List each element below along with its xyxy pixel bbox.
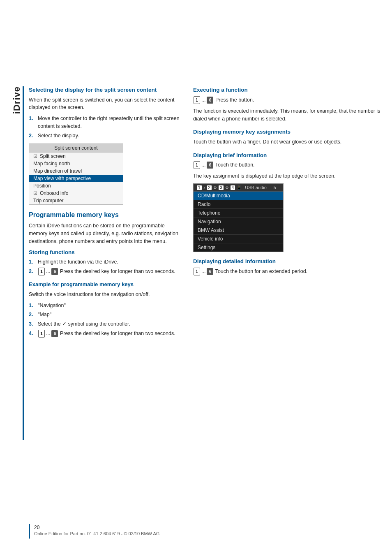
- header-num-2: 2: [207, 185, 212, 190]
- header-num-5: 5 –: [274, 185, 280, 190]
- menu-item-trip: Trip computer: [29, 197, 123, 204]
- key-1-exec: 1: [194, 96, 200, 104]
- key-6-detailed: 6: [207, 268, 213, 275]
- executing-key-group: 1 ... 6: [193, 96, 214, 104]
- menu-cd-multimedia: CD/Multimedia: [194, 192, 283, 200]
- nav-menu-header: 1 ♪ 2 ⚙ 3 ⚙ 4 📱 USB audio 5 –: [194, 184, 283, 192]
- detailed-key-group: 1 ... 6: [193, 268, 214, 275]
- executing-heading: Executing a function: [193, 86, 386, 94]
- step-1: 1. Move the controller to the right repe…: [29, 115, 181, 130]
- key-1-badge: 1: [38, 268, 45, 275]
- footer: 20 Online Edition for Part no. 01 41 2 6…: [29, 524, 380, 539]
- menu-telephone: Telephone: [194, 209, 283, 217]
- menu-item-map-perspective: Map view with perspective: [29, 175, 123, 182]
- split-screen-menu-box: Split screen content ☑ Split screen Map …: [29, 143, 123, 205]
- example-step-1: 1. "Navigation": [29, 302, 181, 310]
- key-6-badge: 6: [51, 268, 58, 275]
- programmable-memory-section: Programmable memory keys Certain iDrive …: [29, 211, 181, 338]
- example-step-4: 4. 1 ... 6 Press the desired key for lon…: [29, 330, 181, 338]
- example-subsection: Example for programmable memory keys Swi…: [29, 281, 181, 338]
- displaying-brief-body: The key assignment is displayed at the t…: [193, 172, 386, 180]
- menu-radio: Radio: [194, 200, 283, 209]
- main-content: Selecting the display for the split scre…: [29, 86, 386, 343]
- menu-navigation: Navigation: [194, 217, 283, 226]
- menu-item-onboard: ☑ Onboard info: [29, 190, 123, 197]
- displaying-brief-section: Displaying brief information 1 ... 6 Tou…: [193, 152, 386, 252]
- header-icon-2: ♪: [203, 185, 205, 190]
- displaying-detailed-heading: Displaying detailed information: [193, 258, 386, 265]
- selecting-display-steps: 1. Move the controller to the right repe…: [29, 115, 181, 139]
- selecting-display-body: When the split screen is switched on, yo…: [29, 96, 181, 112]
- brief-key-group: 1 ... 6: [193, 161, 214, 169]
- key-1-detailed: 1: [194, 268, 200, 275]
- menu-item-position: Position: [29, 182, 123, 190]
- displaying-brief-heading: Displaying brief information: [193, 152, 386, 159]
- menu-item-split-screen: ☑ Split screen: [29, 153, 123, 160]
- menu-item-map-north: Map facing north: [29, 160, 123, 167]
- nav-menu-box: 1 ♪ 2 ⚙ 3 ⚙ 4 📱 USB audio 5 – CD/Multime…: [193, 183, 284, 252]
- header-num-1: 1: [197, 185, 202, 190]
- split-screen-title: Split screen content: [29, 144, 123, 153]
- footer-content: 20 Online Edition for Part no. 01 41 2 6…: [34, 524, 159, 536]
- usb-label: USB audio: [245, 185, 267, 190]
- step-2: 2. Select the display.: [29, 132, 181, 140]
- prog-memory-intro: Certain iDrive functions can be stored o…: [29, 222, 181, 245]
- displaying-brief-instruction: 1 ... 6 Touch the button.: [193, 161, 386, 169]
- header-icon-4: ⚙: [225, 185, 229, 190]
- displaying-assignments-body: Touch the button with a finger. Do not w…: [193, 138, 386, 146]
- storing-step-2: 2. 1 ... 6 Press the desired key for lon…: [29, 268, 181, 275]
- displaying-assignments-heading: Displaying memory key assignments: [193, 128, 386, 136]
- example-step-2: 2. "Map": [29, 311, 181, 319]
- storing-step-1: 1. Highlight the function via the iDrive…: [29, 258, 181, 266]
- storing-functions-subsection: Storing functions 1. Highlight the funct…: [29, 249, 181, 276]
- displaying-assignments-section: Displaying memory key assignments Touch …: [193, 128, 386, 146]
- left-accent-bar: [23, 86, 24, 440]
- menu-settings: Settings: [194, 243, 283, 252]
- header-num-3: 3: [219, 185, 224, 190]
- prog-memory-title: Programmable memory keys: [29, 211, 181, 219]
- displaying-detailed-instruction: 1 ... 6 Touch the button for an extended…: [193, 268, 386, 275]
- example-body: Switch the voice instructions for the na…: [29, 291, 181, 298]
- header-icon-3: ⚙: [213, 185, 217, 190]
- example-step-3: 3. Select the ✓ symbol using the control…: [29, 320, 181, 328]
- menu-vehicle-info: Vehicle info: [194, 235, 283, 243]
- key-1-badge-2: 1: [38, 330, 45, 338]
- two-column-layout: Selecting the display for the split scre…: [29, 86, 386, 343]
- example-heading: Example for programmable memory keys: [29, 281, 181, 288]
- key-6-brief: 6: [207, 162, 213, 169]
- key-6-badge-2: 6: [51, 330, 58, 337]
- left-column: Selecting the display for the split scre…: [29, 86, 181, 343]
- menu-item-map-travel: Map direction of travel: [29, 167, 123, 175]
- menu-bmw-assist: BMW Assist: [194, 226, 283, 235]
- page-number: 20: [34, 525, 159, 530]
- page-container: iDrive Selecting the display for the spl…: [0, 0, 392, 555]
- executing-body: The function is executed immediately. Th…: [193, 107, 386, 123]
- footer-copyright: Online Edition for Part no. 01 41 2 604 …: [34, 531, 159, 536]
- header-icon-5: 📱: [237, 185, 242, 190]
- key-badge-group-2: 1 ... 6: [38, 330, 58, 338]
- example-steps-list: 1. "Navigation" 2. "Map" 3. Select the ✓…: [29, 302, 181, 338]
- storing-functions-heading: Storing functions: [29, 249, 181, 256]
- displaying-detailed-section: Displaying detailed information 1 ... 6 …: [193, 258, 386, 275]
- header-num-4: 4: [231, 185, 235, 190]
- key-6-exec: 6: [207, 97, 213, 104]
- selecting-display-heading: Selecting the display for the split scre…: [29, 86, 181, 94]
- executing-function-section: Executing a function 1 ... 6 Press the b…: [193, 86, 386, 123]
- idrive-label: iDrive: [12, 86, 22, 114]
- storing-steps-list: 1. Highlight the function via the iDrive…: [29, 258, 181, 275]
- right-column: Executing a function 1 ... 6 Press the b…: [193, 86, 386, 343]
- executing-instruction: 1 ... 6 Press the button.: [193, 96, 386, 104]
- key-1-brief: 1: [194, 161, 200, 169]
- selecting-display-section: Selecting the display for the split scre…: [29, 86, 181, 205]
- key-badge-group: 1 ... 6: [38, 268, 58, 275]
- footer-accent-bar: [29, 524, 30, 539]
